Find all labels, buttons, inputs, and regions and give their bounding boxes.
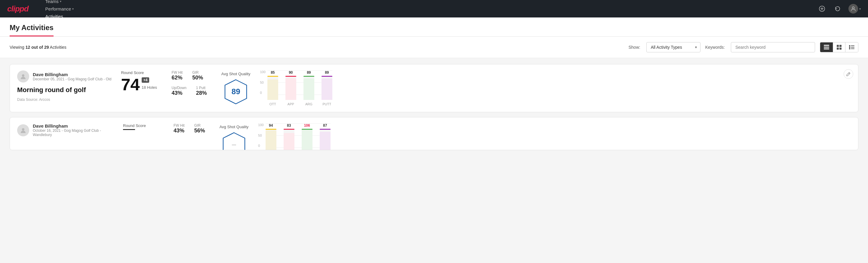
round-score-group-1: Round Score 74 +4 18 Holes bbox=[121, 70, 157, 93]
show-label: Show: bbox=[629, 45, 640, 50]
list-detail-view-button[interactable] bbox=[845, 42, 858, 52]
fw-hit-stat-1: FW Hit 62% bbox=[172, 70, 183, 81]
bar-app-value-1: 90 bbox=[289, 70, 292, 75]
svg-rect-13 bbox=[849, 47, 850, 48]
svg-point-3 bbox=[852, 7, 855, 9]
edit-button-1[interactable] bbox=[844, 69, 853, 79]
bar-app-label-1: APP bbox=[287, 102, 294, 106]
updown-stat-1: Up/Down 43% bbox=[172, 86, 186, 96]
user-name-2: Dave Billingham bbox=[33, 123, 114, 128]
viewing-text: Viewing 12 out of 29 Activities bbox=[10, 45, 66, 50]
bar-putt-1: 89 PUTT bbox=[321, 70, 332, 106]
app-header: clippd Teams ▾ Performance ▾ Activities bbox=[0, 0, 868, 18]
svg-rect-6 bbox=[824, 49, 829, 49]
user-avatar-1 bbox=[17, 70, 29, 83]
bar-app-1: 90 APP bbox=[285, 70, 296, 106]
shot-quality-section-2: Avg Shot Quality — 100 bbox=[220, 123, 343, 150]
svg-rect-8 bbox=[839, 45, 841, 47]
card-stats-2: Round Score FW Hit 43% GIR 56% bbox=[123, 123, 342, 150]
svg-rect-7 bbox=[837, 45, 839, 47]
nav-activities[interactable]: Activities bbox=[43, 12, 76, 20]
svg-point-20 bbox=[22, 128, 24, 130]
bar-putt-2: 87 PUTT bbox=[320, 123, 331, 150]
score-badge-1: +4 bbox=[142, 77, 150, 83]
bar-arg-2: 106 ARG bbox=[302, 123, 312, 150]
y-label-100-2: 100 bbox=[258, 123, 264, 127]
view-toggle bbox=[820, 42, 858, 52]
fw-gir-row-1: FW Hit 62% GIR 50% bbox=[172, 70, 207, 81]
activity-type-select[interactable]: All Activity Types Rounds Practice bbox=[646, 42, 701, 52]
user-info-2: Dave Billingham October 16, 2021 - Gog M… bbox=[17, 123, 114, 137]
bar-ott-2: 94 OTT bbox=[266, 123, 276, 150]
score-value-2 bbox=[123, 129, 135, 131]
nav-teams[interactable]: Teams ▾ bbox=[43, 0, 76, 5]
hexagon-2: — bbox=[222, 132, 246, 150]
main-nav: Teams ▾ Performance ▾ Activities bbox=[43, 0, 76, 20]
shot-quality-label-1: Avg Shot Quality bbox=[221, 71, 251, 76]
updown-putt-row-1: Up/Down 43% 1 Putt 28% bbox=[172, 86, 207, 96]
shot-quality-label-2: Avg Shot Quality bbox=[220, 124, 249, 129]
bar-arg-label-1: ARG bbox=[305, 102, 312, 106]
account-menu[interactable]: ▾ bbox=[848, 4, 861, 13]
svg-rect-15 bbox=[849, 48, 850, 49]
bar-ott-value-1: 85 bbox=[271, 70, 275, 75]
bar-arg-value-1: 89 bbox=[307, 70, 311, 75]
viewing-suffix: Activities bbox=[50, 45, 66, 50]
round-score-group-2: Round Score bbox=[123, 123, 159, 131]
y-label-100-1: 100 bbox=[260, 70, 265, 74]
bar-app-2: 83 APP bbox=[284, 123, 294, 150]
nav-performance[interactable]: Performance ▾ bbox=[43, 5, 76, 12]
bar-chart-2: 100 50 0 94 bbox=[258, 123, 342, 150]
svg-point-18 bbox=[22, 74, 24, 77]
fw-gir-stats-1: FW Hit 62% GIR 50% Up/Down 43% 1 Putt bbox=[172, 70, 207, 99]
svg-rect-14 bbox=[851, 47, 855, 48]
performance-chevron-icon: ▾ bbox=[72, 7, 74, 10]
shot-quality-section-1: Avg Shot Quality 89 100 bbox=[221, 70, 344, 106]
data-source-1: Data Source: Arccos bbox=[17, 97, 111, 102]
add-icon[interactable] bbox=[817, 4, 827, 13]
search-input[interactable] bbox=[731, 42, 815, 52]
user-date-2: October 16, 2021 - Gog Magog Golf Club -… bbox=[33, 128, 114, 137]
user-info-1: Dave Billingham December 05, 2021 - Gog … bbox=[17, 70, 111, 83]
y-label-0-2: 0 bbox=[258, 144, 264, 147]
bar-putt-value-1: 89 bbox=[325, 70, 329, 75]
round-score-label-1: Round Score bbox=[121, 70, 157, 75]
avatar bbox=[848, 4, 858, 13]
activity-card-2: Dave Billingham October 16, 2021 - Gog M… bbox=[10, 117, 858, 150]
svg-rect-9 bbox=[837, 48, 839, 50]
y-label-50-1: 50 bbox=[260, 81, 265, 84]
svg-rect-10 bbox=[839, 48, 841, 50]
toolbar: Viewing 12 out of 29 Activities Show: Al… bbox=[0, 37, 868, 58]
round-score-label-2: Round Score bbox=[123, 123, 159, 128]
hexagon-1: 89 bbox=[224, 79, 248, 105]
fw-gir-row-2: FW Hit 43% GIR 56% bbox=[174, 123, 205, 134]
bar-arg-value-2: 106 bbox=[304, 123, 310, 127]
bar-arg-1: 89 ARG bbox=[304, 70, 314, 106]
hexagon-value-1: 89 bbox=[231, 87, 240, 96]
svg-rect-12 bbox=[851, 46, 855, 46]
refresh-icon[interactable] bbox=[833, 4, 842, 13]
gir-stat-2: GIR 56% bbox=[194, 123, 205, 134]
user-date-1: December 05, 2021 - Gog Magog Golf Club … bbox=[33, 77, 111, 81]
card-stats-1: Round Score 74 +4 18 Holes FW Hit 62% bbox=[121, 70, 344, 106]
svg-marker-21 bbox=[223, 133, 245, 150]
bar-putt-label-1: PUTT bbox=[322, 102, 331, 106]
list-compact-view-button[interactable] bbox=[820, 42, 833, 52]
bar-ott-value-2: 94 bbox=[269, 123, 273, 127]
fw-hit-stat-2: FW Hit 43% bbox=[174, 123, 185, 134]
teams-chevron-icon: ▾ bbox=[60, 0, 61, 3]
grid-view-button[interactable] bbox=[833, 42, 845, 52]
hexagon-wrapper-2: — bbox=[220, 132, 249, 150]
activity-card-1: Dave Billingham December 05, 2021 - Gog … bbox=[10, 64, 858, 112]
y-label-0-1: 0 bbox=[260, 91, 265, 94]
bar-ott-label-1: OTT bbox=[270, 102, 276, 106]
fw-gir-stats-2: FW Hit 43% GIR 56% bbox=[174, 123, 205, 136]
activities-content: Dave Billingham December 05, 2021 - Gog … bbox=[0, 58, 868, 161]
user-name-1: Dave Billingham bbox=[33, 72, 111, 77]
svg-line-17 bbox=[849, 73, 850, 74]
bar-putt-value-2: 87 bbox=[323, 123, 327, 127]
page-title-section: My Activities bbox=[0, 18, 868, 37]
svg-rect-16 bbox=[851, 49, 855, 49]
gir-stat-1: GIR 50% bbox=[192, 70, 203, 81]
page-title: My Activities bbox=[10, 24, 54, 36]
